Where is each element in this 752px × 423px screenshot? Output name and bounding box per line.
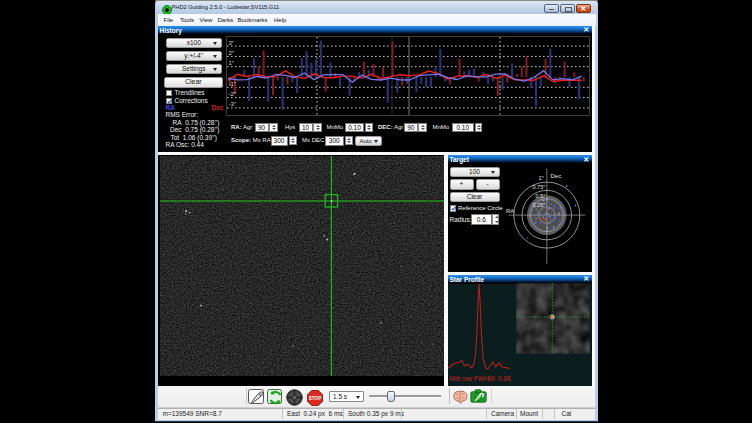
svg-text:0.5″: 0.5″ [536, 193, 546, 199]
svg-text:RA: RA [506, 208, 514, 214]
svg-text:Dec: Dec [551, 173, 562, 179]
svg-text:3″: 3″ [229, 40, 235, 46]
svg-text:0.25″: 0.25″ [533, 202, 546, 208]
svg-text:-1″: -1″ [229, 81, 237, 87]
svg-text:0.75″: 0.75″ [533, 184, 546, 190]
svg-text:-2″: -2″ [229, 91, 237, 97]
svg-text:1″: 1″ [539, 175, 544, 181]
svg-text:2″: 2″ [229, 50, 235, 56]
svg-text:-3″: -3″ [229, 101, 237, 107]
svg-text:STOP: STOP [309, 396, 321, 401]
svg-text:1″: 1″ [229, 60, 235, 66]
